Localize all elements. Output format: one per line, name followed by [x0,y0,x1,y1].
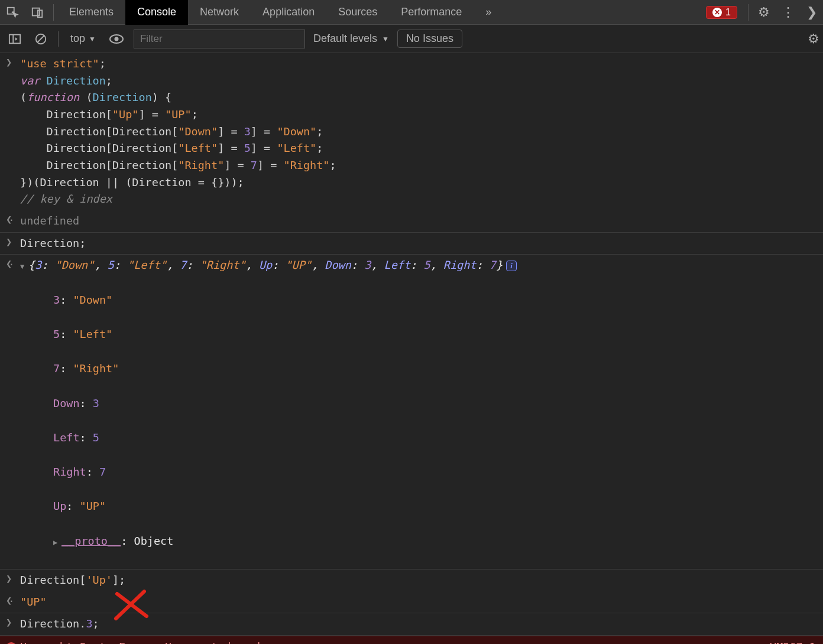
tab-performance[interactable]: Performance [389,0,474,25]
output-marker-icon [4,594,20,611]
expand-toggle-icon[interactable]: ▼ [20,261,28,272]
svg-rect-1 [33,8,40,15]
console-error-row[interactable]: ✕ Uncaught SyntaxError: Unexpected numbe… [0,636,823,644]
tab-network[interactable]: Network [188,0,251,25]
tabs-overflow[interactable]: » [474,0,503,25]
chevron-down-icon: ▼ [382,35,389,43]
filter-input[interactable] [134,30,305,48]
dock-side-icon[interactable]: ❯ [801,5,823,20]
live-expression-icon[interactable] [108,30,125,48]
expand-toggle-icon[interactable]: ▶ [53,537,61,548]
svg-rect-3 [9,34,20,43]
input-marker-icon [4,235,20,252]
tab-application[interactable]: Application [251,0,326,25]
sidebar-toggle-icon[interactable] [6,30,24,48]
issues-button[interactable]: No Issues [397,30,462,48]
log-levels-selector[interactable]: Default levels ▼ [313,32,389,45]
tab-elements[interactable]: Elements [57,0,125,25]
code-block: "use strict"; var Direction; (function (… [20,56,818,208]
error-x-icon: ✕ [712,8,722,17]
code-text: Direction; [20,237,86,249]
context-selector[interactable]: top ▼ [67,32,99,45]
devtools-tabstrip: Elements Console Network Application Sou… [0,0,823,25]
svg-line-6 [38,35,44,42]
console-settings-gear-icon[interactable]: ⚙ [808,31,819,47]
settings-gear-icon[interactable]: ⚙ [752,5,776,20]
clear-console-icon[interactable] [32,30,50,48]
divider [748,4,749,21]
context-label: top [70,32,85,45]
info-badge-icon[interactable]: i [506,261,517,271]
input-marker-icon [4,56,20,208]
error-count-badge[interactable]: ✕ 1 [706,6,737,19]
input-marker-icon [4,572,20,589]
error-marker: ✕ [4,639,20,644]
output-marker-icon [4,257,20,566]
console-output-row: ▼{3: "Down", 5: "Left", 7: "Right", Up: … [0,255,823,569]
console-output: "use strict"; var Direction; (function (… [0,53,823,644]
console-output-row: undefined [0,210,823,233]
object-expanded: 3: "Down" 5: "Left" 7: "Right" Down: 3 L… [20,274,818,567]
object-preview[interactable]: ▼{3: "Down", 5: "Left", 7: "Right", Up: … [20,257,818,566]
error-source-link[interactable]: VM267:1 [770,639,818,644]
tab-sources[interactable]: Sources [326,0,389,25]
error-count: 1 [725,7,731,18]
result-undefined: undefined [20,214,79,227]
console-input-row[interactable]: Direction; [0,233,823,255]
tab-console[interactable]: Console [125,0,188,25]
device-toggle-icon[interactable] [25,0,50,25]
more-menu-icon[interactable]: ⋮ [776,5,801,20]
console-input-row[interactable]: "use strict"; var Direction; (function (… [0,53,823,210]
svg-point-8 [114,37,118,41]
console-toolbar: top ▼ Default levels ▼ No Issues ⚙ [0,25,823,53]
console-output-row: "UP" [0,591,823,614]
svg-rect-2 [38,10,42,17]
divider [53,4,54,21]
output-marker-icon [4,213,20,230]
console-input-row[interactable]: Direction['Up']; [0,570,823,591]
levels-label: Default levels [313,32,377,45]
input-marker-icon [4,616,20,633]
result-string: "UP" [20,596,47,608]
inspect-icon[interactable] [0,0,25,25]
chevron-down-icon: ▼ [89,35,96,43]
error-message: Uncaught SyntaxError: Unexpected number [20,639,277,644]
console-input-row[interactable]: Direction.3; [0,613,823,636]
divider [58,31,59,47]
